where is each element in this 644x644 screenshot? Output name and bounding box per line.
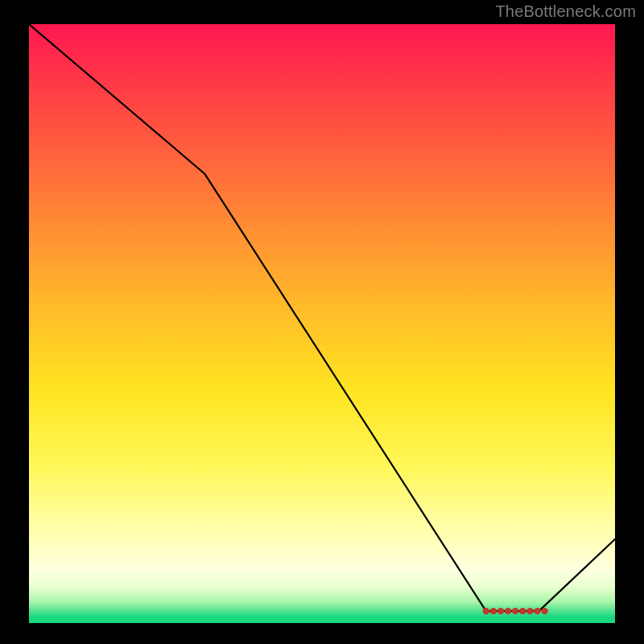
series-marker — [497, 608, 504, 614]
series-marker — [483, 608, 489, 614]
chart-overlay-svg — [29, 24, 615, 623]
main-line-series — [29, 24, 615, 611]
series-marker — [541, 608, 547, 614]
series-marker — [519, 608, 526, 614]
marker-cluster — [483, 608, 548, 614]
series-marker — [512, 608, 518, 614]
series-marker — [526, 608, 533, 614]
plot-area — [29, 24, 615, 623]
series-marker — [534, 608, 540, 614]
attribution-text: TheBottleneck.com — [495, 2, 636, 21]
chart-frame: TheBottleneck.com — [0, 0, 644, 644]
series-marker — [490, 608, 497, 614]
series-marker — [505, 608, 511, 614]
